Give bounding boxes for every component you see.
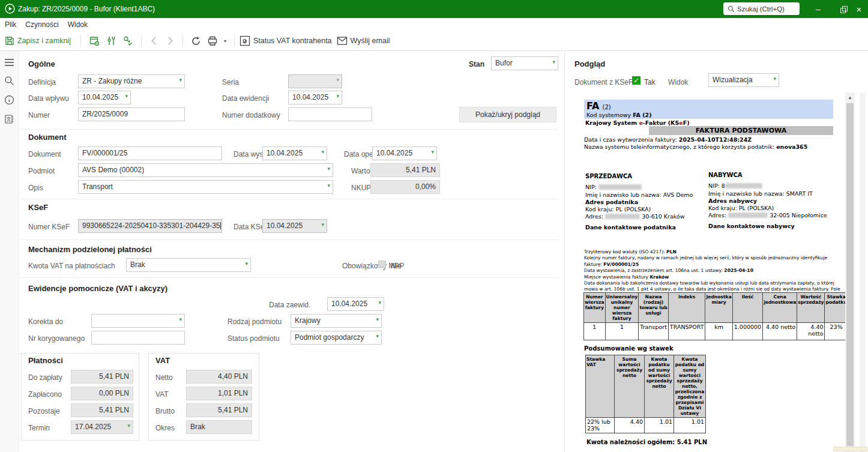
zaplacono-field: 0,00 PLN [71, 387, 133, 400]
netto-field: 4,40 PLN [186, 370, 252, 384]
nav-next-button[interactable] [165, 36, 175, 46]
rodzaj-podmiotu-dropdown[interactable]: Krajowy▾ [291, 314, 382, 328]
opis-dropdown[interactable]: Transport▾ [78, 180, 333, 194]
numer-dodatkowy-input[interactable] [288, 107, 372, 121]
status-podmiotu-dropdown[interactable]: Podmiot gospodarczy▾ [291, 331, 382, 345]
tools-button[interactable] [106, 35, 116, 46]
zaplacono-label: Zapłacono [28, 390, 62, 399]
items-col-header: Wartość sprzedaży [797, 293, 825, 323]
chevron-down-icon: ▾ [327, 166, 330, 172]
chevron-right-icon [165, 36, 175, 46]
redacted-address [728, 212, 768, 218]
brutto-field: 5,41 PLN [186, 403, 252, 417]
chevron-down-icon: ▾ [127, 423, 130, 429]
menu-czynnosci[interactable]: Czynności [25, 20, 58, 29]
data-ewidencji-dropdown[interactable]: 10.04.2025▾ [288, 91, 342, 104]
data-wplywu-dropdown[interactable]: 10.04.2025▾ [78, 91, 131, 104]
data-ksef-dropdown[interactable]: 10.04.2025▾ [262, 219, 327, 233]
section-divider [21, 240, 558, 240]
invoice-ksef-line: Krajowy System e-Faktur (KSeF) [585, 119, 690, 126]
podmiot-dropdown[interactable]: AVS Demo (00002)▾ [78, 163, 333, 177]
data-wyst-dropdown[interactable]: 10.04.2025▾ [262, 146, 327, 160]
contact-card-icon[interactable] [4, 114, 14, 124]
redacted-nip [598, 184, 642, 190]
key-verify-button[interactable] [122, 35, 133, 46]
data-zaewid-dropdown[interactable]: 10.04.2025▾ [327, 297, 384, 311]
widok-dropdown[interactable]: Wizualizacja▾ [708, 73, 779, 87]
send-email-button[interactable]: Wyślij email [337, 36, 390, 46]
tooltip-fragment [833, 447, 867, 451]
save-and-close-button[interactable]: Zapisz i zamknij [5, 36, 71, 46]
search-input[interactable]: Szukaj (Ctrl+Q) [723, 2, 800, 15]
minimize-button[interactable]: – [809, 0, 827, 18]
outer-scrollbar-track[interactable] [860, 92, 866, 452]
buyer-addr-line: Adres: 32-005 Niepołomice [708, 212, 840, 219]
dokument-input[interactable]: FV/000001/25 [78, 146, 222, 160]
chevron-down-icon: ▾ [327, 183, 330, 188]
numer-input[interactable]: ZR/2025/0009 [78, 107, 185, 121]
menu-plik[interactable]: Plik [5, 20, 16, 29]
key-check-icon [122, 35, 133, 46]
mpp-checkbox[interactable] [378, 261, 386, 268]
items-col-header: Nazwa (rodzaj) towaru lub usługi [639, 293, 669, 323]
nr-korygowanego-label: Nr korygowanego [28, 334, 85, 343]
termin-dropdown[interactable]: 17.04.2025▾ [71, 420, 133, 434]
scroll-up-icon[interactable]: ▴ [845, 93, 855, 101]
refresh-button[interactable] [191, 36, 201, 46]
items-header-row: Numer wiersza faktury Uniwersalny unikal… [584, 293, 846, 323]
chevron-down-icon: ▾ [336, 77, 339, 83]
seller-country-line: Kod kraju: PL (POLSKA) [585, 206, 711, 213]
close-button[interactable]: × [850, 0, 868, 18]
section-ewidencje-title: Ewidencje pomocnicze (VAT i akcyzy) [28, 284, 167, 293]
definicja-dropdown[interactable]: ZR - Zakupy różne▾ [78, 74, 185, 88]
okres-field: Brak [186, 420, 252, 434]
buyer-name-line: Imię i nazwisko lub nazwa: SMART IT [708, 190, 840, 197]
seller-addr-title: Adres podatnika [585, 199, 711, 206]
chevron-down-icon: ▾ [245, 261, 248, 267]
chevron-down-icon: ▾ [376, 317, 379, 322]
panel-splitter[interactable] [564, 51, 565, 452]
numer-dodatkowy-label: Numer dodatkowy [222, 111, 280, 119]
ksef-doc-value-label: Tak [644, 78, 656, 86]
seller-addr-line: Adres: 30-610 Kraków [585, 213, 711, 220]
podmiot-label: Podmiot [28, 167, 55, 175]
info-icon[interactable] [4, 95, 14, 105]
vat-title: VAT [155, 356, 170, 365]
print-dropdown-button[interactable]: ▾ [224, 38, 226, 44]
data-oper-dropdown[interactable]: 10.04.2025▾ [372, 146, 437, 160]
korekta-dropdown[interactable]: ▾ [91, 314, 185, 328]
redacted-address [605, 214, 640, 219]
seller-nip-line: NIP: [585, 184, 711, 191]
stan-dropdown[interactable]: Bufor▾ [491, 56, 558, 70]
summary-data-row: 22% lub 23% 4.40 1.01 1.01 [586, 418, 706, 433]
hamburger-menu-icon[interactable] [4, 58, 14, 67]
document-settings-button[interactable] [89, 35, 100, 46]
summary-cell: 1.01 [645, 418, 674, 433]
seria-label: Seria [222, 78, 239, 86]
invoice-banner: FAKTURA PODSTAWOWA [649, 126, 833, 135]
nav-previous-button[interactable] [149, 36, 159, 46]
toggle-preview-button[interactable]: Pokaż/ukryj podgląd [459, 107, 556, 122]
rail-search-icon[interactable] [4, 76, 14, 86]
items-col-header: Jednostka miary [705, 293, 732, 323]
menu-widok[interactable]: Widok [68, 20, 88, 29]
numer-ksef-input[interactable]: 9930665224-20250410-335301-204429-35 [78, 219, 222, 233]
vat-status-button[interactable]: Status VAT kontrahenta [240, 35, 332, 46]
seller-name-line: Imię i nazwisko lub nazwa: AVS Demo [585, 191, 711, 199]
invoice-seller-block: SPRZEDAWCA NIP: Imię i nazwisko lub nazw… [585, 173, 711, 231]
kwota-vat-label: Kwota VAT na płatnościach [28, 262, 115, 270]
section-mpp-title: Mechanizm podzielonej płatności [28, 245, 152, 254]
print-button[interactable] [207, 35, 218, 46]
preview-scrollbar-thumb[interactable] [846, 103, 854, 446]
save-icon [5, 36, 14, 46]
items-cell: 1 [605, 323, 639, 340]
ksef-doc-checkbox[interactable]: ✓ [632, 76, 640, 85]
seria-dropdown: ▾ [288, 74, 342, 88]
legal-line: Kolejny numer faktury, nadany w ramach j… [584, 255, 846, 268]
summary-cell: 1.01 [674, 418, 706, 433]
numer-ksef-label: Numer KSeF [28, 223, 70, 231]
invoice-created-line: Data i czas wytworzenia faktury: 2025-04… [584, 136, 752, 143]
pozostaje-label: Pozostaje [28, 407, 60, 415]
nr-korygowanego-input[interactable] [91, 331, 185, 345]
kwota-vat-dropdown[interactable]: Brak▾ [126, 258, 251, 272]
